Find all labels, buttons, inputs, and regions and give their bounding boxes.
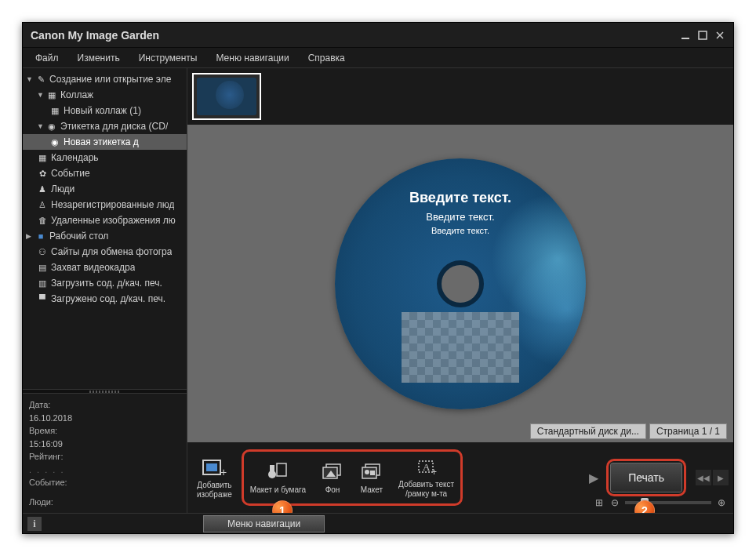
disc-hole	[437, 260, 484, 307]
minimize-button[interactable]	[680, 30, 691, 41]
time-value: 15:16:09	[29, 438, 180, 451]
tree-download[interactable]: ▥Загрузить сод. д/кач. печ.	[23, 275, 187, 291]
download-icon: ▥	[37, 278, 48, 289]
window-title: Canon My Image Garden	[31, 29, 680, 42]
maximize-button[interactable]	[697, 30, 708, 41]
add-text-label: Добавить текст /рамку м-та	[398, 480, 454, 499]
zoom-out-button[interactable]: ⊖	[609, 497, 620, 508]
print-group: Печать	[606, 459, 686, 496]
svg-text:+: +	[431, 467, 437, 477]
background-button[interactable]: Фон	[315, 453, 350, 502]
tree-disc-label[interactable]: ◉Этикетка для диска (CD/	[23, 118, 187, 134]
background-label: Фон	[325, 485, 340, 495]
svg-rect-16	[370, 471, 375, 475]
sidebar: ✎Создание или открытие эле ▦Коллаж ▦Новы…	[23, 68, 187, 513]
desktop-icon: ■	[35, 231, 46, 241]
tree-collage[interactable]: ▦Коллаж	[23, 87, 187, 103]
thumbnail-strip	[187, 68, 733, 125]
content-area: Введите текст. Введите текст. Введите те…	[187, 68, 733, 513]
tree-desktop[interactable]: ■Рабочий стол	[23, 228, 187, 244]
background-icon	[320, 461, 345, 483]
paper-icon	[265, 461, 290, 483]
disc-type-chip[interactable]: Стандартный диск ди...	[530, 423, 646, 439]
collage-icon: ▦	[46, 90, 57, 100]
menu-navmenu[interactable]: Меню навигации	[206, 49, 298, 67]
prev-page-button[interactable]: ◀◀	[696, 470, 711, 485]
tree-event[interactable]: ✿Событие	[23, 165, 187, 181]
page-thumbnail[interactable]	[192, 73, 261, 120]
zoom-in-button[interactable]: ⊕	[716, 497, 727, 508]
svg-text:A: A	[423, 461, 431, 473]
disc-preview[interactable]: Введите текст. Введите текст. Введите те…	[335, 158, 586, 409]
menu-edit[interactable]: Изменить	[68, 49, 129, 67]
person-icon: ♙	[37, 200, 48, 210]
menu-file[interactable]: Файл	[26, 49, 68, 67]
time-label: Время:	[29, 426, 57, 435]
tree-capture[interactable]: ▤Захват видеокадра	[23, 260, 187, 275]
meta-panel: Дата: 16.10.2018 Время: 15:16:09 Рейтинг…	[23, 394, 187, 513]
disc-text-line2[interactable]: Введите текст.	[335, 211, 586, 223]
add-image-button[interactable]: + Добавить изображе	[192, 453, 237, 503]
fit-window-button[interactable]: ⊞	[594, 497, 605, 508]
tree-downloaded[interactable]: ▀Загружено сод. д/кач. печ.	[23, 291, 187, 307]
disc-icon: ◉	[46, 122, 57, 132]
tree: ✎Создание или открытие эле ▦Коллаж ▦Новы…	[23, 68, 187, 389]
zoom-controls: ⊞ ⊖ ⊕	[594, 497, 727, 508]
info-button[interactable]: i	[27, 517, 42, 531]
svg-rect-5	[206, 463, 217, 471]
add-image-icon: +	[202, 456, 227, 478]
svg-text:+: +	[220, 466, 227, 478]
date-label: Дата:	[29, 400, 50, 409]
add-text-button[interactable]: A+ Добавить текст /рамку м-та	[394, 453, 459, 502]
print-button[interactable]: Печать	[610, 463, 682, 492]
layout-icon	[359, 461, 384, 483]
menu-help[interactable]: Справка	[299, 49, 354, 67]
window-controls	[680, 30, 725, 41]
disc-item-icon: ◉	[49, 137, 60, 147]
close-button[interactable]	[714, 30, 725, 41]
event-label: Событие:	[29, 478, 67, 487]
image-placeholder[interactable]	[402, 312, 519, 383]
disc-text-line1[interactable]: Введите текст.	[335, 190, 586, 206]
rating-label: Рейтинг:	[29, 452, 63, 461]
svg-point-15	[365, 470, 369, 474]
status-bar: i Меню навигации	[23, 513, 733, 533]
menu-tools[interactable]: Инструменты	[129, 49, 207, 67]
expand-toolbar-button[interactable]: ▶	[586, 471, 602, 485]
svg-rect-1	[699, 31, 707, 39]
svg-rect-7	[277, 463, 286, 476]
rating-value[interactable]: . . . . .	[29, 463, 180, 477]
tree-new-label[interactable]: ◉Новая этикетка д	[23, 134, 187, 150]
page-nav: ◀◀ ▶	[696, 470, 729, 485]
people-label: Люди:	[29, 497, 53, 507]
collage-item-icon: ▦	[49, 106, 60, 116]
disc-text-line3[interactable]: Введите текст.	[335, 226, 586, 235]
tree-deleted[interactable]: 🗑Удаленные изображения лю	[23, 213, 187, 228]
svg-point-8	[268, 471, 276, 478]
page-number-chip: Страница 1 / 1	[649, 423, 727, 439]
tree-new-collage[interactable]: ▦Новый коллаж (1)	[23, 103, 187, 118]
paper-layout-button[interactable]: Макет и бумага	[245, 453, 311, 502]
svg-rect-9	[270, 465, 274, 471]
tree-unregistered[interactable]: ♙Незарегистрированные люд	[23, 197, 187, 213]
next-page-button[interactable]: ▶	[713, 470, 729, 485]
menubar: Файл Изменить Инструменты Меню навигации…	[23, 48, 733, 68]
paper-label: Макет и бумага	[250, 485, 306, 495]
disc-text-area[interactable]: Введите текст. Введите текст. Введите те…	[335, 190, 586, 235]
layout-label: Макет	[361, 485, 383, 495]
calendar-icon: ▦	[37, 153, 48, 163]
tree-people[interactable]: ♟Люди	[23, 181, 187, 197]
event-icon: ✿	[37, 169, 48, 179]
date-value: 16.10.2018	[29, 412, 180, 425]
tree-create[interactable]: ✎Создание или открытие эле	[23, 71, 187, 87]
layout-button[interactable]: Макет	[354, 453, 389, 502]
tree-calendar[interactable]: ▦Календарь	[23, 150, 187, 165]
nav-menu-button[interactable]: Меню навигации	[203, 515, 325, 532]
page-status: Стандартный диск ди... Страница 1 / 1	[530, 423, 727, 439]
body-area: ✎Создание или открытие эле ▦Коллаж ▦Новы…	[23, 68, 733, 513]
canvas-area[interactable]: Введите текст. Введите текст. Введите те…	[187, 125, 733, 442]
text-icon: A+	[414, 456, 439, 478]
create-icon: ✎	[35, 74, 46, 85]
tree-sharing[interactable]: ⚇Сайты для обмена фотогра	[23, 244, 187, 260]
edit-tools-group: Макет и бумага Фон Макет A+ Добавить тек…	[242, 449, 463, 506]
